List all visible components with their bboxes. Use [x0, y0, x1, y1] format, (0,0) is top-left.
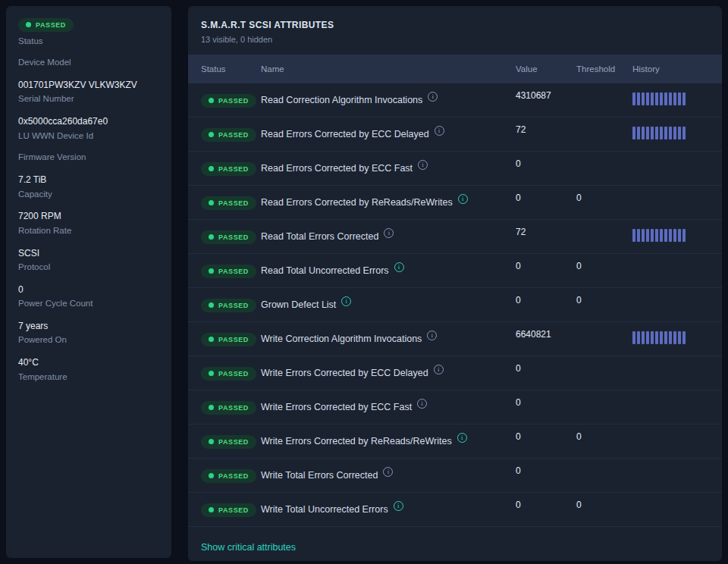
- table-row[interactable]: PASSED Read Errors Corrected by ECC Dela…: [188, 118, 722, 152]
- history-cell: [632, 127, 722, 143]
- attribute-threshold: [576, 83, 632, 90]
- detail-value: SCSI: [18, 248, 159, 258]
- status-dot-icon: [209, 268, 214, 274]
- history-bar: [673, 92, 676, 105]
- status-dot-icon: [209, 302, 214, 308]
- table-row[interactable]: PASSED Write Total Errors Corrected 0: [188, 459, 722, 493]
- history-sparkline: [632, 331, 686, 344]
- detail-value: 001701PW3KZV VLKW3KZV: [18, 80, 159, 90]
- info-icon[interactable]: [417, 399, 427, 409]
- info-icon[interactable]: [428, 92, 438, 102]
- table-row[interactable]: PASSED Read Errors Corrected by ECC Fast…: [188, 152, 722, 186]
- detail-label: Device Model: [18, 58, 159, 68]
- status-dot-icon: [209, 166, 214, 171]
- name-cell: Read Total Uncorrected Errors: [261, 265, 516, 276]
- status-badge: PASSED: [201, 469, 256, 483]
- device-detail-item: PASSEDStatus: [18, 17, 159, 46]
- history-bar: [664, 127, 667, 139]
- history-bar: [669, 127, 672, 139]
- status-cell: PASSED: [201, 195, 261, 210]
- device-detail-item: 0x5000cca260da67e0LU WWN Device Id: [18, 116, 159, 141]
- attribute-name: Write Errors Corrected by ECC Fast: [261, 402, 412, 412]
- status-badge-label: PASSED: [36, 21, 66, 29]
- table-row[interactable]: PASSED Write Errors Corrected by ECC Fas…: [188, 390, 722, 425]
- info-icon[interactable]: [394, 262, 404, 272]
- history-cell: [632, 331, 722, 347]
- status-badge-label: PASSED: [218, 370, 249, 378]
- detail-label: Rotation Rate: [18, 226, 159, 237]
- name-cell: Grown Defect List: [261, 299, 516, 310]
- history-bar: [664, 229, 667, 242]
- status-badge-label: PASSED: [218, 438, 249, 446]
- status-dot-icon: [209, 98, 214, 103]
- name-cell: Write Errors Corrected by ReReads/ReWrit…: [261, 436, 516, 446]
- attribute-value: 0: [516, 356, 576, 374]
- name-cell: Write Errors Corrected by ECC Fast: [261, 402, 516, 412]
- info-icon[interactable]: [384, 228, 394, 238]
- status-dot-icon: [209, 132, 214, 137]
- attribute-name: Read Total Uncorrected Errors: [261, 265, 389, 276]
- status-cell: PASSED: [201, 297, 261, 312]
- detail-label: Serial Number: [18, 94, 159, 105]
- info-icon[interactable]: [418, 160, 428, 170]
- info-icon[interactable]: [458, 194, 468, 204]
- device-detail-item: 7.2 TiBCapacity: [18, 174, 159, 199]
- history-cell: [632, 92, 722, 108]
- table-row[interactable]: PASSED Write Errors Corrected by ECC Del…: [188, 356, 722, 390]
- history-bar: [660, 229, 663, 242]
- info-icon[interactable]: [434, 365, 444, 374]
- history-cell: [632, 366, 722, 380]
- detail-value: 40°C: [18, 357, 159, 368]
- table-row[interactable]: PASSED Write Correction Algorithm Invoca…: [188, 322, 722, 356]
- name-cell: Read Errors Corrected by ECC Delayed: [261, 129, 516, 139]
- info-icon[interactable]: [457, 433, 467, 443]
- table-row[interactable]: PASSED Read Errors Corrected by ReReads/…: [188, 186, 722, 220]
- info-icon[interactable]: [427, 331, 437, 340]
- attribute-name: Grown Defect List: [261, 299, 336, 310]
- panel-subtitle: 13 visible, 0 hidden: [201, 35, 709, 44]
- table-row[interactable]: PASSED Write Total Uncorrected Errors 0 …: [188, 493, 722, 527]
- table-row[interactable]: PASSED Read Total Uncorrected Errors 0 0: [188, 254, 722, 288]
- attribute-value: 0: [516, 390, 576, 408]
- table-row[interactable]: PASSED Read Total Errors Corrected 72: [188, 220, 722, 254]
- attribute-threshold: 0: [576, 186, 632, 203]
- history-bar: [642, 331, 645, 344]
- history-bar: [651, 331, 654, 344]
- detail-label: Capacity: [18, 190, 159, 200]
- attribute-threshold: 0: [576, 425, 632, 442]
- attribute-threshold: [576, 390, 632, 397]
- history-bar: [673, 127, 676, 139]
- info-icon[interactable]: [383, 467, 393, 477]
- history-bar: [660, 331, 663, 344]
- history-cell: [632, 468, 722, 482]
- attribute-threshold: [576, 356, 632, 363]
- info-icon[interactable]: [341, 296, 351, 306]
- status-cell: PASSED: [201, 161, 261, 176]
- table-row[interactable]: PASSED Read Correction Algorithm Invocat…: [188, 83, 722, 118]
- history-cell: [632, 264, 722, 277]
- status-badge: PASSED: [201, 367, 256, 381]
- history-sparkline: [632, 229, 686, 242]
- device-detail-item: 7 yearsPowered On: [18, 321, 159, 346]
- table-row[interactable]: PASSED Grown Defect List 0 0: [188, 288, 722, 322]
- history-bar: [642, 127, 645, 139]
- history-bar: [646, 92, 649, 105]
- status-badge: PASSED: [201, 503, 256, 517]
- status-badge-label: PASSED: [218, 404, 249, 412]
- history-bar: [655, 92, 658, 105]
- attribute-threshold: [576, 118, 632, 124]
- history-bar: [651, 127, 654, 139]
- detail-value: 0: [18, 284, 159, 295]
- table-row[interactable]: PASSED Write Errors Corrected by ReReads…: [188, 425, 722, 459]
- history-cell: [632, 400, 722, 414]
- status-badge: PASSED: [201, 128, 256, 142]
- history-bar: [682, 127, 686, 139]
- show-critical-attributes-link[interactable]: Show critical attributes: [201, 542, 296, 553]
- history-bar: [669, 92, 672, 105]
- detail-value: 7.2 TiB: [18, 174, 159, 185]
- info-icon[interactable]: [394, 501, 403, 511]
- history-bar: [660, 127, 663, 139]
- history-bar: [673, 229, 676, 242]
- history-bar: [642, 229, 645, 242]
- info-icon[interactable]: [435, 126, 444, 136]
